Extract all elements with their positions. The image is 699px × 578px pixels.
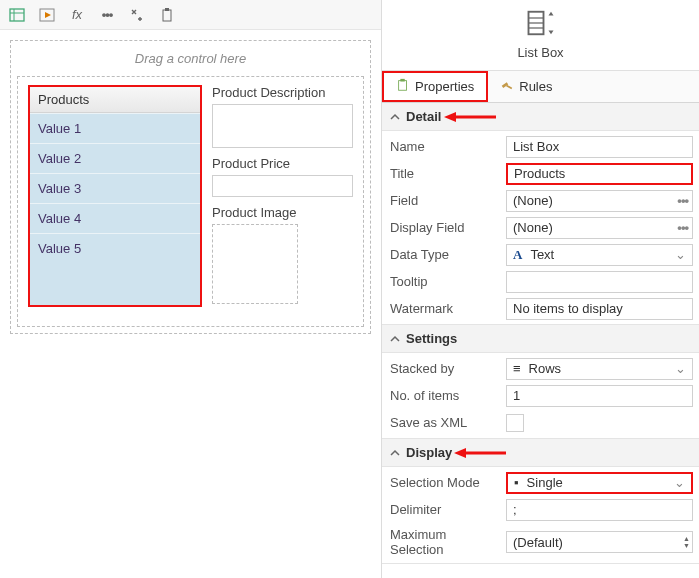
prop-name-value: List Box (513, 139, 559, 154)
clipboard-icon (396, 78, 410, 95)
prop-savexml: Save as XML (382, 409, 699, 436)
prop-max-selection: Maximum Selection (Default)▲▼ (382, 523, 699, 561)
list-item[interactable]: Value 1 (30, 113, 200, 143)
prop-noitems-input[interactable]: 1 (506, 385, 693, 407)
chevron-down-icon[interactable]: ▼ (683, 542, 690, 549)
prop-max-selection-value: (Default) (513, 535, 563, 550)
app-root: fx ••• Drag a control here Products Valu… (0, 0, 699, 578)
stepper-buttons[interactable]: ▲▼ (683, 535, 690, 549)
svg-marker-20 (454, 448, 466, 458)
tab-rules-label: Rules (519, 79, 552, 94)
list-item[interactable]: Value 5 (30, 233, 200, 263)
prop-title-value: Products (514, 166, 565, 181)
single-mode-icon: ▪ (514, 475, 519, 490)
prop-field: Field (None)••• (382, 187, 699, 214)
svg-rect-0 (10, 9, 24, 21)
prop-max-selection-stepper[interactable]: (Default)▲▼ (506, 531, 693, 553)
product-price-input[interactable] (212, 175, 353, 197)
prop-display-field-value: (None) (513, 220, 553, 235)
listbox-header: Products (30, 87, 200, 113)
ellipsis-icon[interactable]: ••• (677, 193, 688, 208)
prop-display-field-picker[interactable]: (None)••• (506, 217, 693, 239)
prop-noitems-value: 1 (513, 388, 520, 403)
prop-field-label: Field (382, 189, 506, 212)
section-display-header[interactable]: Display (382, 439, 699, 467)
toolbar-more-icon[interactable]: ••• (98, 6, 116, 24)
design-canvas[interactable]: Drag a control here Products Value 1 Val… (10, 40, 371, 334)
prop-tooltip-label: Tooltip (382, 270, 506, 293)
ellipsis-icon[interactable]: ••• (677, 220, 688, 235)
annotation-arrow-icon (444, 110, 498, 124)
section-detail: Detail Name List Box Title Products Fiel… (382, 103, 699, 325)
drag-hint: Drag a control here (17, 47, 364, 76)
prop-name-label: Name (382, 135, 506, 158)
prop-name-input[interactable]: List Box (506, 136, 693, 158)
fields-column: Product Description Product Price Produc… (212, 85, 353, 312)
prop-data-type-select[interactable]: AText⌄ (506, 244, 693, 266)
text-type-icon: A (513, 247, 522, 263)
prop-delimiter-input[interactable]: ; (506, 499, 693, 521)
prop-data-type: Data Type AText⌄ (382, 241, 699, 268)
list-item[interactable]: Value 2 (30, 143, 200, 173)
gavel-icon (500, 78, 514, 95)
svg-rect-6 (165, 8, 169, 11)
listbox-body-empty (30, 263, 200, 305)
chevron-down-icon: ⌄ (675, 247, 686, 262)
product-price-label: Product Price (212, 156, 353, 171)
prop-title-input[interactable]: Products (506, 163, 693, 185)
prop-name: Name List Box (382, 133, 699, 160)
tab-properties[interactable]: Properties (382, 71, 488, 102)
listbox-control[interactable]: Products Value 1 Value 2 Value 3 Value 4… (28, 85, 202, 307)
chevron-up-icon[interactable]: ▲ (683, 535, 690, 542)
product-image-box[interactable] (212, 224, 298, 304)
tab-rules[interactable]: Rules (488, 71, 564, 102)
prop-selection-mode-label: Selection Mode (382, 471, 506, 494)
toolbar-split-icon[interactable] (128, 6, 146, 24)
property-tabs: Properties Rules (382, 71, 699, 103)
prop-data-type-label: Data Type (382, 243, 506, 266)
prop-delimiter: Delimiter ; (382, 496, 699, 523)
svg-marker-18 (444, 112, 456, 122)
prop-selection-mode-value: Single (527, 475, 563, 490)
prop-display-field: Display Field (None)••• (382, 214, 699, 241)
design-toolbar: fx ••• (0, 0, 381, 30)
prop-savexml-checkbox[interactable] (506, 414, 524, 432)
prop-stacked-label: Stacked by (382, 357, 506, 380)
settings-grid: Stacked by ≡Rows⌄ No. of items 1 Save as… (382, 353, 699, 438)
product-description-label: Product Description (212, 85, 353, 100)
list-item[interactable]: Value 4 (30, 203, 200, 233)
toolbar-fx-icon[interactable]: fx (68, 6, 86, 24)
chevron-up-icon (390, 334, 400, 344)
toolbar-table-icon[interactable] (8, 6, 26, 24)
prop-selection-mode-select[interactable]: ▪Single⌄ (506, 472, 693, 494)
toolbar-view-icon[interactable] (38, 6, 56, 24)
product-image-label: Product Image (212, 205, 353, 220)
section-detail-header[interactable]: Detail (382, 103, 699, 131)
properties-header: List Box (382, 0, 699, 71)
prop-field-picker[interactable]: (None)••• (506, 190, 693, 212)
svg-marker-4 (45, 12, 51, 18)
svg-marker-11 (548, 12, 553, 16)
chevron-down-icon: ⌄ (674, 475, 685, 490)
prop-watermark-input[interactable]: No items to display (506, 298, 693, 320)
prop-stacked-select[interactable]: ≡Rows⌄ (506, 358, 693, 380)
prop-title: Title Products (382, 160, 699, 187)
prop-title-label: Title (382, 162, 506, 185)
tab-properties-label: Properties (415, 79, 474, 94)
prop-delimiter-label: Delimiter (382, 498, 506, 521)
prop-stacked: Stacked by ≡Rows⌄ (382, 355, 699, 382)
svg-rect-14 (400, 79, 404, 82)
section-settings-header[interactable]: Settings (382, 325, 699, 353)
list-item[interactable]: Value 3 (30, 173, 200, 203)
prop-field-value: (None) (513, 193, 553, 208)
prop-watermark: Watermark No items to display (382, 295, 699, 322)
product-image-block: Product Image (212, 205, 353, 304)
prop-tooltip-input[interactable] (506, 271, 693, 293)
product-description-textarea[interactable] (212, 104, 353, 148)
toolbar-clipboard-icon[interactable] (158, 6, 176, 24)
listbox-icon (526, 8, 556, 41)
prop-data-type-value: Text (530, 247, 554, 262)
product-description-block: Product Description (212, 85, 353, 148)
chevron-up-icon (390, 112, 400, 122)
prop-noitems-label: No. of items (382, 384, 506, 407)
